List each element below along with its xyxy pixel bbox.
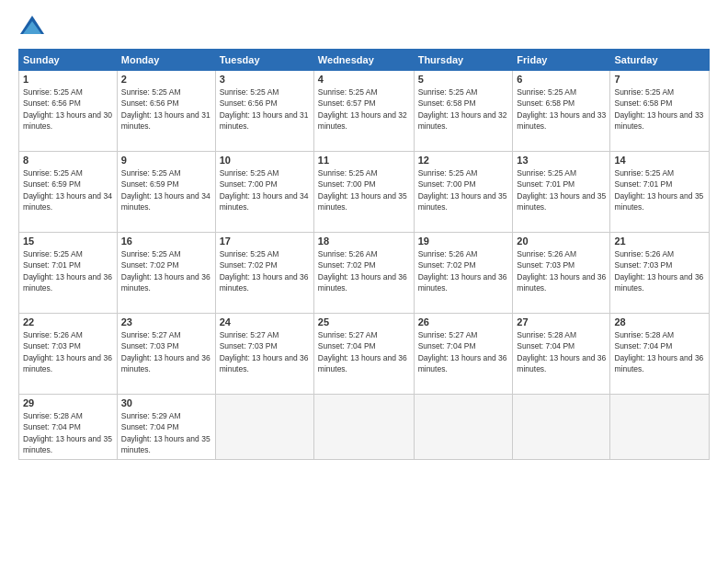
day-number: 30 <box>121 397 211 408</box>
day-info: Sunrise: 5:25 AMSunset: 7:00 PMDaylight:… <box>220 168 309 212</box>
table-row: 19 Sunrise: 5:26 AMSunset: 7:02 PMDaylig… <box>414 233 513 314</box>
day-number: 14 <box>614 155 705 166</box>
day-info: Sunrise: 5:26 AMSunset: 7:03 PMDaylight:… <box>23 330 112 373</box>
day-number: 12 <box>418 155 509 166</box>
col-tuesday: Tuesday <box>215 50 313 71</box>
day-number: 3 <box>220 74 310 85</box>
day-number: 20 <box>517 236 606 247</box>
table-row <box>313 395 414 460</box>
day-number: 26 <box>418 316 509 327</box>
calendar-page: Sunday Monday Tuesday Wednesday Thursday… <box>0 0 728 563</box>
day-number: 29 <box>23 397 113 408</box>
table-row <box>215 395 313 460</box>
table-row: 1 Sunrise: 5:25 AMSunset: 6:56 PMDayligh… <box>19 71 118 152</box>
day-number: 15 <box>23 236 113 247</box>
day-info: Sunrise: 5:25 AMSunset: 6:58 PMDaylight:… <box>418 87 507 131</box>
table-row <box>610 395 710 460</box>
day-info: Sunrise: 5:25 AMSunset: 6:59 PMDaylight:… <box>121 168 210 212</box>
calendar-header-row: Sunday Monday Tuesday Wednesday Thursday… <box>19 50 710 71</box>
table-row <box>513 395 610 460</box>
table-row: 21 Sunrise: 5:26 AMSunset: 7:03 PMDaylig… <box>610 233 710 314</box>
table-row: 6 Sunrise: 5:25 AMSunset: 6:58 PMDayligh… <box>513 71 610 152</box>
day-info: Sunrise: 5:25 AMSunset: 6:58 PMDaylight:… <box>614 87 703 131</box>
col-wednesday: Wednesday <box>313 50 414 71</box>
day-number: 27 <box>517 316 606 327</box>
col-monday: Monday <box>117 50 215 71</box>
table-row: 11 Sunrise: 5:25 AMSunset: 7:00 PMDaylig… <box>313 152 414 233</box>
day-info: Sunrise: 5:25 AMSunset: 7:02 PMDaylight:… <box>220 249 309 293</box>
day-number: 11 <box>318 155 410 166</box>
day-info: Sunrise: 5:25 AMSunset: 7:01 PMDaylight:… <box>23 249 112 293</box>
day-number: 8 <box>23 155 113 166</box>
day-info: Sunrise: 5:28 AMSunset: 7:04 PMDaylight:… <box>614 330 703 373</box>
day-number: 28 <box>614 316 705 327</box>
day-info: Sunrise: 5:25 AMSunset: 6:57 PMDaylight:… <box>318 87 407 131</box>
day-info: Sunrise: 5:28 AMSunset: 7:04 PMDaylight:… <box>517 330 606 373</box>
table-row: 30 Sunrise: 5:29 AMSunset: 7:04 PMDaylig… <box>117 395 215 460</box>
day-number: 23 <box>121 316 211 327</box>
table-row: 4 Sunrise: 5:25 AMSunset: 6:57 PMDayligh… <box>313 71 414 152</box>
day-number: 16 <box>121 236 211 247</box>
table-row: 10 Sunrise: 5:25 AMSunset: 7:00 PMDaylig… <box>215 152 313 233</box>
table-row: 15 Sunrise: 5:25 AMSunset: 7:01 PMDaylig… <box>19 233 118 314</box>
day-number: 18 <box>318 236 410 247</box>
day-info: Sunrise: 5:26 AMSunset: 7:03 PMDaylight:… <box>614 249 703 293</box>
table-row: 23 Sunrise: 5:27 AMSunset: 7:03 PMDaylig… <box>117 314 215 395</box>
day-number: 1 <box>23 74 113 85</box>
day-number: 5 <box>418 74 509 85</box>
day-info: Sunrise: 5:25 AMSunset: 7:02 PMDaylight:… <box>121 249 210 293</box>
day-number: 4 <box>318 74 410 85</box>
day-info: Sunrise: 5:25 AMSunset: 6:56 PMDaylight:… <box>23 87 112 131</box>
day-info: Sunrise: 5:25 AMSunset: 6:59 PMDaylight:… <box>23 168 112 212</box>
day-number: 22 <box>23 316 113 327</box>
calendar-table: Sunday Monday Tuesday Wednesday Thursday… <box>18 49 710 460</box>
day-info: Sunrise: 5:25 AMSunset: 7:00 PMDaylight:… <box>418 168 507 212</box>
table-row: 25 Sunrise: 5:27 AMSunset: 7:04 PMDaylig… <box>313 314 414 395</box>
day-number: 13 <box>517 155 606 166</box>
day-info: Sunrise: 5:26 AMSunset: 7:02 PMDaylight:… <box>318 249 407 293</box>
day-info: Sunrise: 5:25 AMSunset: 7:00 PMDaylight:… <box>318 168 407 212</box>
day-info: Sunrise: 5:25 AMSunset: 6:56 PMDaylight:… <box>121 87 210 131</box>
day-number: 2 <box>121 74 211 85</box>
page-header <box>18 14 710 41</box>
day-number: 6 <box>517 74 606 85</box>
table-row: 8 Sunrise: 5:25 AMSunset: 6:59 PMDayligh… <box>19 152 118 233</box>
col-friday: Friday <box>513 50 610 71</box>
day-number: 21 <box>614 236 705 247</box>
table-row: 9 Sunrise: 5:25 AMSunset: 6:59 PMDayligh… <box>117 152 215 233</box>
day-number: 24 <box>220 316 310 327</box>
day-info: Sunrise: 5:26 AMSunset: 7:03 PMDaylight:… <box>517 249 606 293</box>
day-number: 10 <box>220 155 310 166</box>
day-info: Sunrise: 5:26 AMSunset: 7:02 PMDaylight:… <box>418 249 507 293</box>
day-info: Sunrise: 5:29 AMSunset: 7:04 PMDaylight:… <box>121 411 210 454</box>
table-row: 3 Sunrise: 5:25 AMSunset: 6:56 PMDayligh… <box>215 71 313 152</box>
day-info: Sunrise: 5:27 AMSunset: 7:04 PMDaylight:… <box>318 330 407 373</box>
table-row: 27 Sunrise: 5:28 AMSunset: 7:04 PMDaylig… <box>513 314 610 395</box>
table-row: 5 Sunrise: 5:25 AMSunset: 6:58 PMDayligh… <box>414 71 513 152</box>
table-row: 24 Sunrise: 5:27 AMSunset: 7:03 PMDaylig… <box>215 314 313 395</box>
table-row: 17 Sunrise: 5:25 AMSunset: 7:02 PMDaylig… <box>215 233 313 314</box>
col-thursday: Thursday <box>414 50 513 71</box>
table-row: 7 Sunrise: 5:25 AMSunset: 6:58 PMDayligh… <box>610 71 710 152</box>
table-row <box>414 395 513 460</box>
table-row: 16 Sunrise: 5:25 AMSunset: 7:02 PMDaylig… <box>117 233 215 314</box>
table-row: 28 Sunrise: 5:28 AMSunset: 7:04 PMDaylig… <box>610 314 710 395</box>
table-row: 26 Sunrise: 5:27 AMSunset: 7:04 PMDaylig… <box>414 314 513 395</box>
table-row: 12 Sunrise: 5:25 AMSunset: 7:00 PMDaylig… <box>414 152 513 233</box>
table-row: 22 Sunrise: 5:26 AMSunset: 7:03 PMDaylig… <box>19 314 118 395</box>
col-sunday: Sunday <box>19 50 118 71</box>
day-number: 25 <box>318 316 410 327</box>
logo <box>18 14 50 41</box>
day-number: 17 <box>220 236 310 247</box>
logo-icon <box>18 14 46 41</box>
day-info: Sunrise: 5:25 AMSunset: 6:58 PMDaylight:… <box>517 87 606 131</box>
day-number: 9 <box>121 155 211 166</box>
table-row: 29 Sunrise: 5:28 AMSunset: 7:04 PMDaylig… <box>19 395 118 460</box>
table-row: 18 Sunrise: 5:26 AMSunset: 7:02 PMDaylig… <box>313 233 414 314</box>
table-row: 20 Sunrise: 5:26 AMSunset: 7:03 PMDaylig… <box>513 233 610 314</box>
table-row: 13 Sunrise: 5:25 AMSunset: 7:01 PMDaylig… <box>513 152 610 233</box>
day-info: Sunrise: 5:25 AMSunset: 7:01 PMDaylight:… <box>614 168 703 212</box>
table-row: 14 Sunrise: 5:25 AMSunset: 7:01 PMDaylig… <box>610 152 710 233</box>
day-info: Sunrise: 5:27 AMSunset: 7:03 PMDaylight:… <box>220 330 309 373</box>
day-info: Sunrise: 5:27 AMSunset: 7:03 PMDaylight:… <box>121 330 210 373</box>
